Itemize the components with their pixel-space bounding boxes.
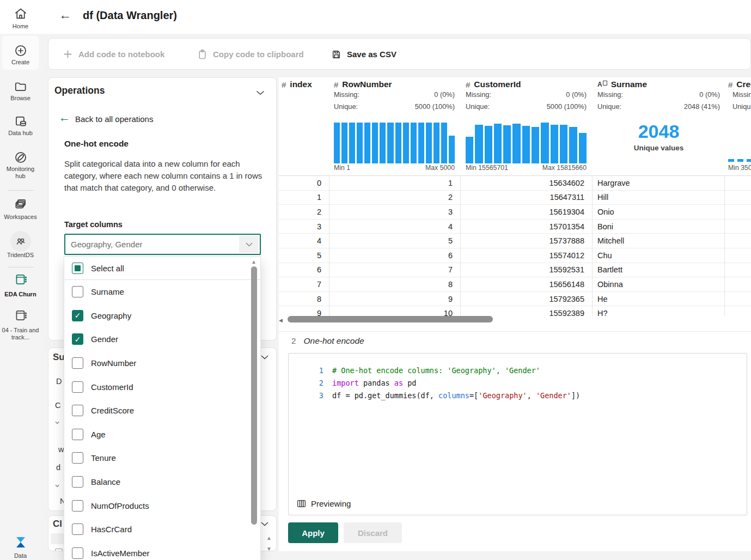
save-csv-button[interactable]: Save as CSV bbox=[331, 38, 396, 70]
dropdown-option-rownumber[interactable]: RowNumber bbox=[64, 351, 260, 375]
sidebar-item-eda-churn[interactable]: EDA Churn bbox=[0, 272, 41, 287]
histogram-bar bbox=[403, 123, 409, 163]
histogram-bar bbox=[387, 123, 393, 163]
table-row[interactable]: 91015592389H? bbox=[279, 306, 751, 316]
checkbox-unchecked-icon[interactable] bbox=[72, 476, 83, 488]
table-row[interactable]: 0115634602Hargrave bbox=[279, 176, 751, 191]
dropdown-option-balance[interactable]: Balance bbox=[64, 470, 260, 494]
checkbox-unchecked-icon[interactable] bbox=[72, 286, 83, 297]
sidebar-item-tridentds[interactable]: TridentDS bbox=[0, 231, 41, 252]
table-cell: 6 bbox=[279, 265, 329, 274]
histogram-bar bbox=[466, 137, 473, 163]
code-token: pd bbox=[403, 379, 416, 387]
checkbox-unchecked-icon[interactable] bbox=[72, 405, 83, 416]
table-cell: 15574012 bbox=[460, 251, 592, 260]
operations-collapse-chevron-icon[interactable] bbox=[256, 90, 265, 95]
apply-button[interactable]: Apply bbox=[288, 522, 338, 543]
table-cell: 15592531 bbox=[460, 265, 592, 274]
sidebar-item-04-train[interactable]: 04 - Train and track... bbox=[0, 308, 41, 322]
dropdown-option-surname[interactable]: Surname bbox=[64, 280, 260, 304]
table-row[interactable]: 8915792365He bbox=[279, 292, 751, 307]
checkbox-unchecked-icon[interactable] bbox=[72, 429, 83, 440]
table-row[interactable]: 3415701354Boni bbox=[279, 220, 751, 234]
table-row[interactable]: 6715592531Bartlett bbox=[279, 263, 751, 278]
add-code-button[interactable]: Add code to notebook bbox=[63, 38, 164, 70]
target-columns-value: Geography, Gender bbox=[71, 240, 142, 249]
checkbox-checked-icon[interactable]: ✓ bbox=[72, 310, 83, 321]
dropdown-option-label: Balance bbox=[91, 477, 120, 486]
back-button[interactable]: ← bbox=[59, 9, 71, 21]
table-row[interactable]: 2315619304Onio bbox=[279, 205, 751, 220]
histogram-bar bbox=[426, 123, 432, 163]
sidebar-item-home[interactable]: Home bbox=[0, 7, 41, 21]
dropdown-option-age[interactable]: Age bbox=[64, 423, 260, 447]
column-header-RowNumber[interactable]: #RowNumber bbox=[334, 80, 392, 89]
table-row[interactable]: 7815656148Obinna bbox=[279, 277, 751, 292]
dropdown-option-select-all[interactable]: Select all bbox=[64, 257, 260, 279]
copy-code-button[interactable]: Copy code to clipboard bbox=[197, 38, 304, 70]
checkbox-unchecked-icon[interactable] bbox=[72, 452, 83, 464]
panel-scroll-up-icon[interactable]: ▲ bbox=[266, 535, 272, 541]
checkbox-unchecked-icon[interactable] bbox=[72, 500, 83, 512]
back-to-operations-link[interactable]: Back to all operations bbox=[75, 114, 153, 124]
table-cell: 15592389 bbox=[460, 309, 592, 316]
table-cell: Bartlett bbox=[592, 265, 724, 274]
column-header-index[interactable]: #index bbox=[282, 80, 312, 89]
dropdown-option-label: Gender bbox=[91, 334, 118, 344]
checkbox-unchecked-icon[interactable] bbox=[72, 381, 83, 393]
table-cell: 5 bbox=[329, 236, 460, 245]
sidebar-item-create[interactable]: Create bbox=[0, 44, 41, 58]
sidebar-item-data-hub[interactable]: Data hub bbox=[0, 114, 41, 129]
summary-collapse-chevron-icon[interactable] bbox=[261, 355, 268, 360]
column-header-Surname[interactable]: ASurname bbox=[597, 80, 647, 89]
histogram-bar bbox=[418, 123, 424, 163]
chevron-down-icon bbox=[246, 242, 253, 247]
table-cell: 9 bbox=[279, 309, 329, 316]
dropdown-option-numofproducts[interactable]: NumOfProducts bbox=[64, 494, 260, 518]
back-to-operations-arrow-icon[interactable]: ← bbox=[59, 112, 70, 123]
dropdown-scrollbar[interactable] bbox=[251, 266, 257, 525]
dropdown-option-gender[interactable]: ✓Gender bbox=[64, 327, 260, 351]
checkbox-unchecked-icon[interactable] bbox=[72, 547, 83, 559]
summary-text-fragment: C bbox=[55, 401, 60, 410]
table-row[interactable]: 5615574012Chu bbox=[279, 248, 751, 263]
histogram-bar bbox=[380, 123, 386, 163]
dropdown-option-label: Geography bbox=[91, 311, 131, 320]
dropdown-toggle-button[interactable] bbox=[239, 236, 259, 253]
sidebar-item-workspaces[interactable]: Workspaces bbox=[0, 197, 41, 211]
dropdown-option-hascrcard[interactable]: HasCrCard bbox=[64, 518, 260, 541]
data-grid[interactable]: 0115634602Hargrave1215647311Hill23156193… bbox=[279, 176, 751, 316]
clipboard-icon bbox=[197, 49, 207, 59]
grid-hscrollbar[interactable] bbox=[288, 316, 493, 322]
chevron-fragment-icon: ⌄ bbox=[53, 478, 61, 490]
sidebar-item-monitoring-hub[interactable]: Monitoring hub bbox=[0, 150, 41, 165]
dropdown-option-geography[interactable]: ✓Geography bbox=[64, 304, 260, 328]
step-row-fragment bbox=[51, 533, 65, 544]
column-header-CustomerId[interactable]: #CustomerId bbox=[466, 80, 521, 89]
column-gridline bbox=[724, 176, 725, 316]
number-type-icon: # bbox=[334, 80, 338, 89]
dropdown-option-creditscore[interactable]: CreditScore bbox=[64, 399, 260, 423]
discard-button[interactable]: Discard bbox=[344, 522, 402, 543]
step-number: 2 bbox=[291, 336, 296, 345]
table-row[interactable]: 4515737888Mitchell bbox=[279, 234, 751, 248]
checkbox-unchecked-icon[interactable] bbox=[72, 357, 83, 369]
column-header-CreditScore[interactable]: #CreditScore bbox=[728, 80, 751, 89]
sidebar-item-browse[interactable]: Browse bbox=[0, 80, 41, 94]
sidebar-item-label: Workspaces bbox=[1, 214, 40, 221]
code-token: # One-hot encode columns: 'Geography', '… bbox=[332, 366, 540, 375]
target-columns-input[interactable]: Geography, Gender bbox=[64, 234, 261, 255]
save-icon bbox=[331, 49, 341, 59]
dropdown-option-tenure[interactable]: Tenure bbox=[64, 446, 260, 470]
checkbox-indeterminate-icon[interactable] bbox=[72, 263, 83, 274]
cleaning-collapse-chevron-icon[interactable] bbox=[261, 522, 268, 526]
dropdown-option-isactivemember[interactable]: IsActiveMember bbox=[64, 541, 260, 560]
table-row[interactable]: 1215647311Hill bbox=[279, 191, 751, 205]
checkbox-unchecked-icon[interactable] bbox=[72, 524, 83, 535]
sidebar-item-data[interactable]: Data bbox=[0, 535, 41, 549]
dropdown-scroll-up-icon[interactable]: ▲ bbox=[251, 259, 257, 265]
grid-hscroll-left-icon[interactable]: ◀ bbox=[279, 318, 283, 323]
dropdown-option-customerid[interactable]: CustomerId bbox=[64, 375, 260, 399]
table-cell: 15647311 bbox=[460, 193, 592, 202]
checkbox-checked-icon[interactable]: ✓ bbox=[72, 333, 83, 345]
